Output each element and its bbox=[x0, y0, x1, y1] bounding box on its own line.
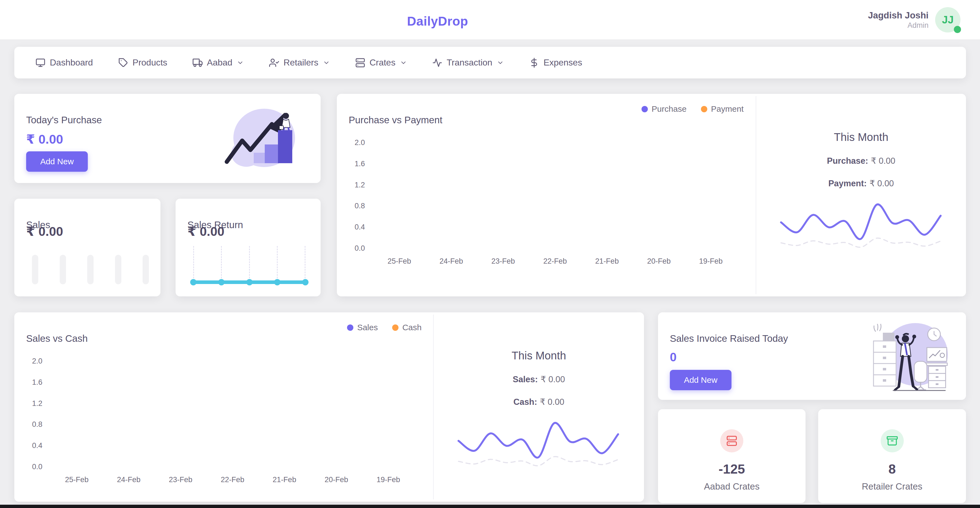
nav-label: Aabad bbox=[207, 57, 232, 68]
y-tick: 0.4 bbox=[32, 441, 42, 450]
purchase-legend-dot bbox=[641, 106, 648, 112]
legend-item-sales[interactable]: Sales bbox=[347, 323, 378, 332]
chevron-down-icon bbox=[400, 59, 407, 66]
row-label: Payment: bbox=[828, 178, 867, 188]
month-payment-row: Payment:₹ 0.00 bbox=[828, 178, 894, 188]
todays-purchase-amount: ₹ 0.00 bbox=[26, 132, 63, 147]
legend-item-purchase[interactable]: Purchase bbox=[641, 104, 687, 114]
chart-title: Purchase vs Payment bbox=[349, 115, 442, 126]
y-tick: 1.6 bbox=[355, 159, 365, 168]
card-title: Today's Purchase bbox=[26, 115, 102, 126]
user-menu[interactable]: Jagdish Joshi Admin JJ bbox=[868, 7, 961, 32]
x-tick: 24-Feb bbox=[114, 476, 144, 484]
nav-label: Dashboard bbox=[50, 57, 93, 68]
sales-amount: ₹ 0.00 bbox=[26, 224, 63, 239]
x-axis-ticks: 25-Feb 24-Feb 23-Feb 22-Feb 21-Feb 20-Fe… bbox=[62, 476, 403, 484]
add-new-purchase-button[interactable]: Add New bbox=[26, 151, 88, 172]
x-tick: 23-Feb bbox=[165, 476, 196, 484]
server-icon bbox=[355, 58, 365, 68]
nav-label: Transaction bbox=[447, 57, 492, 68]
y-tick: 1.2 bbox=[355, 181, 365, 190]
placeholder-bar bbox=[60, 255, 66, 284]
month-cash-row: Cash:₹ 0.00 bbox=[514, 397, 565, 407]
x-axis-ticks: 25-Feb 24-Feb 23-Feb 22-Feb 21-Feb 20-Fe… bbox=[384, 257, 726, 266]
y-axis-ticks: 2.0 1.6 1.2 0.8 0.4 0.0 bbox=[345, 139, 365, 253]
avatar[interactable]: JJ bbox=[935, 7, 961, 32]
row-label: Cash: bbox=[514, 397, 537, 407]
x-tick: 23-Feb bbox=[488, 257, 518, 266]
month-purchase-row: Purchase:₹ 0.00 bbox=[827, 156, 896, 166]
sales-return-gridlines bbox=[193, 246, 305, 283]
growth-illustration bbox=[223, 103, 296, 172]
sales-return-amount: ₹ 0.00 bbox=[188, 224, 224, 239]
data-point-dot bbox=[302, 279, 309, 285]
month-sparkline bbox=[778, 198, 943, 262]
legend-item-payment[interactable]: Payment bbox=[701, 104, 744, 114]
legend-label: Purchase bbox=[652, 104, 687, 114]
y-axis-ticks: 2.0 1.6 1.2 0.8 0.4 0.0 bbox=[22, 357, 42, 471]
month-summary-title: This Month bbox=[512, 349, 566, 362]
placeholder-bar bbox=[87, 255, 94, 284]
legend-label: Cash bbox=[402, 323, 422, 332]
y-tick: 2.0 bbox=[32, 357, 42, 365]
nav-item-aabad[interactable]: Aabad bbox=[192, 57, 244, 68]
legend-item-cash[interactable]: Cash bbox=[392, 323, 422, 332]
chart-legend: Purchase Payment bbox=[641, 104, 744, 114]
aabad-crates-label: Aabad Crates bbox=[658, 481, 805, 492]
avatar-initials: JJ bbox=[942, 14, 954, 26]
activity-icon bbox=[432, 58, 442, 68]
placeholder-bar bbox=[32, 255, 38, 284]
aabad-crates-value: -125 bbox=[658, 462, 805, 477]
month-summary-title: This Month bbox=[834, 131, 888, 143]
cash-legend-dot bbox=[392, 325, 398, 331]
chevron-down-icon bbox=[497, 59, 504, 66]
online-status-dot bbox=[954, 26, 961, 33]
purchase-vs-payment-card: Purchase vs Payment Purchase Payment 2.0… bbox=[337, 94, 966, 296]
sales-legend-dot bbox=[347, 325, 353, 331]
server-icon bbox=[726, 435, 737, 446]
data-point-dot bbox=[218, 279, 224, 285]
y-tick: 0.0 bbox=[355, 244, 365, 253]
placeholder-bar bbox=[115, 255, 121, 284]
nav-label: Retailers bbox=[283, 57, 318, 68]
x-tick: 25-Feb bbox=[62, 476, 92, 484]
sales-placeholder-bars bbox=[32, 255, 149, 284]
y-tick: 2.0 bbox=[355, 139, 365, 147]
sales-month-summary: This Month Sales:₹ 0.00 Cash:₹ 0.00 bbox=[434, 312, 644, 502]
data-point-dot bbox=[274, 279, 280, 285]
x-tick: 20-Feb bbox=[321, 476, 352, 484]
nav-label: Expenses bbox=[544, 57, 582, 68]
add-new-invoice-button[interactable]: Add New bbox=[670, 370, 732, 390]
placeholder-bar bbox=[143, 255, 149, 284]
x-tick: 21-Feb bbox=[592, 257, 622, 266]
nav-item-crates[interactable]: Crates bbox=[355, 57, 407, 68]
purchase-month-summary: This Month Purchase:₹ 0.00 Payment:₹ 0.0… bbox=[756, 94, 966, 296]
y-tick: 0.8 bbox=[355, 202, 365, 210]
sales-invoice-card: Sales Invoice Raised Today 0 Add New bbox=[658, 312, 966, 400]
todays-purchase-card: Today's Purchase ₹ 0.00 Add New bbox=[14, 94, 321, 183]
nav-item-transaction[interactable]: Transaction bbox=[432, 57, 504, 68]
retailer-crates-card: 8 Retailer Crates bbox=[818, 409, 966, 503]
sales-vs-cash-card: Sales vs Cash Sales Cash 2.0 1.6 1.2 0.8… bbox=[14, 312, 644, 502]
data-point-dot bbox=[246, 279, 253, 285]
x-tick: 20-Feb bbox=[644, 257, 674, 266]
row-value: ₹ 0.00 bbox=[869, 178, 894, 188]
chevron-down-icon bbox=[323, 59, 330, 66]
nav-item-products[interactable]: Products bbox=[118, 57, 167, 68]
invoice-count: 0 bbox=[670, 350, 676, 364]
x-tick: 22-Feb bbox=[217, 476, 248, 484]
archive-icon bbox=[887, 435, 898, 446]
sales-return-card: Sales Return ₹ 0.00 bbox=[176, 199, 321, 296]
user-role: Admin bbox=[868, 21, 929, 30]
y-tick: 0.0 bbox=[32, 463, 42, 471]
user-check-icon bbox=[269, 58, 279, 68]
nav-item-dashboard[interactable]: Dashboard bbox=[35, 57, 93, 68]
tag-icon bbox=[118, 58, 128, 68]
app-logo[interactable]: DailyDrop bbox=[407, 14, 468, 29]
nav-item-retailers[interactable]: Retailers bbox=[269, 57, 330, 68]
nav-item-expenses[interactable]: Expenses bbox=[529, 57, 582, 68]
card-title: Sales Invoice Raised Today bbox=[670, 333, 788, 344]
month-sales-row: Sales:₹ 0.00 bbox=[513, 374, 565, 384]
monitor-icon bbox=[35, 58, 45, 68]
chart-title: Sales vs Cash bbox=[26, 333, 88, 344]
